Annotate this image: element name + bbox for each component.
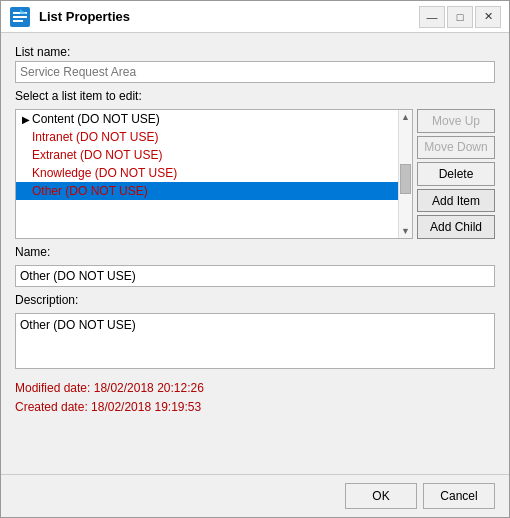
modified-label: Modified date: xyxy=(15,381,90,395)
list-name-label: List name: xyxy=(15,45,495,59)
move-up-button[interactable]: Move Up xyxy=(417,109,495,133)
list-box[interactable]: ▶ Content (DO NOT USE) Intranet (DO NOT … xyxy=(16,110,398,238)
add-item-button[interactable]: Add Item xyxy=(417,189,495,213)
add-child-button[interactable]: Add Child xyxy=(417,215,495,239)
title-controls: — □ ✕ xyxy=(419,6,501,28)
list-item[interactable]: Extranet (DO NOT USE) xyxy=(16,146,398,164)
scroll-track xyxy=(399,124,412,224)
modified-date: Modified date: 18/02/2018 20:12:26 xyxy=(15,379,495,398)
list-action-buttons: Move Up Move Down Delete Add Item Add Ch… xyxy=(417,109,495,239)
scroll-thumb[interactable] xyxy=(400,164,411,194)
list-with-buttons: ▶ Content (DO NOT USE) Intranet (DO NOT … xyxy=(15,109,495,239)
close-button[interactable]: ✕ xyxy=(475,6,501,28)
svg-rect-3 xyxy=(13,20,23,22)
list-name-input[interactable] xyxy=(15,61,495,83)
meta-section: Modified date: 18/02/2018 20:12:26 Creat… xyxy=(15,379,495,417)
name-section: Name: xyxy=(15,245,495,287)
select-label: Select a list item to edit: xyxy=(15,89,495,103)
move-down-button[interactable]: Move Down xyxy=(417,136,495,160)
name-label: Name: xyxy=(15,245,495,259)
created-date: Created date: 18/02/2018 19:19:53 xyxy=(15,398,495,417)
list-item[interactable]: ▶ Content (DO NOT USE) xyxy=(16,110,398,128)
list-properties-window: List Properties — □ ✕ List name: Select … xyxy=(0,0,510,518)
name-input[interactable] xyxy=(15,265,495,287)
created-label: Created date: xyxy=(15,400,88,414)
title-bar-left: List Properties xyxy=(9,6,130,28)
list-section: Select a list item to edit: ▶ Content (D… xyxy=(15,89,495,239)
maximize-button[interactable]: □ xyxy=(447,6,473,28)
description-section: Description: Other (DO NOT USE) xyxy=(15,293,495,369)
title-bar: List Properties — □ ✕ xyxy=(1,1,509,33)
description-label: Description: xyxy=(15,293,495,307)
created-value: 18/02/2018 19:19:53 xyxy=(91,400,201,414)
svg-rect-2 xyxy=(13,16,27,18)
list-container: ▶ Content (DO NOT USE) Intranet (DO NOT … xyxy=(15,109,413,239)
scrollbar[interactable]: ▲ ▼ xyxy=(398,110,412,238)
scroll-down-button[interactable]: ▼ xyxy=(399,224,412,238)
minimize-button[interactable]: — xyxy=(419,6,445,28)
tree-arrow-icon: ▶ xyxy=(22,114,30,125)
list-name-section: List name: xyxy=(15,45,495,83)
form-content: List name: Select a list item to edit: ▶… xyxy=(1,33,509,474)
ok-button[interactable]: OK xyxy=(345,483,417,509)
modified-value: 18/02/2018 20:12:26 xyxy=(94,381,204,395)
window-icon xyxy=(9,6,31,28)
footer: OK Cancel xyxy=(1,474,509,517)
list-item[interactable]: Knowledge (DO NOT USE) xyxy=(16,164,398,182)
cancel-button[interactable]: Cancel xyxy=(423,483,495,509)
delete-button[interactable]: Delete xyxy=(417,162,495,186)
scroll-up-button[interactable]: ▲ xyxy=(399,110,412,124)
description-textarea[interactable]: Other (DO NOT USE) xyxy=(15,313,495,369)
list-item-selected[interactable]: Other (DO NOT USE) xyxy=(16,182,398,200)
list-item[interactable]: Intranet (DO NOT USE) xyxy=(16,128,398,146)
window-title: List Properties xyxy=(39,9,130,24)
